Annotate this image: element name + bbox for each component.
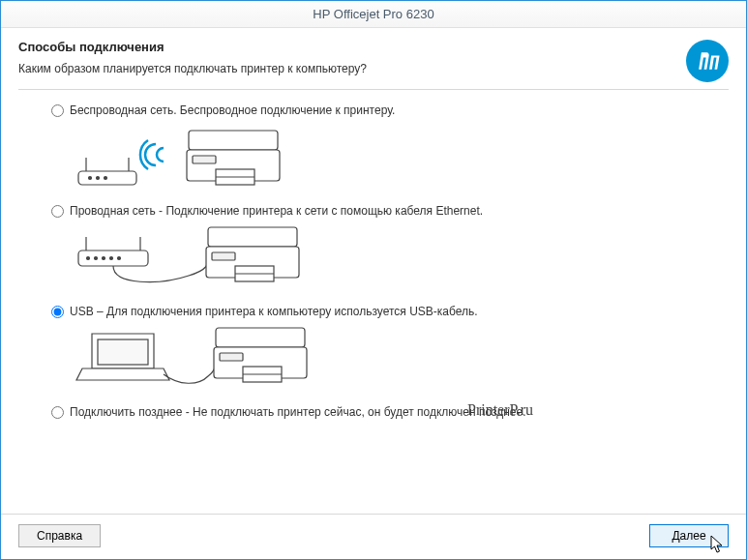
svg-point-5 [97, 177, 100, 180]
option-usb-text: USB – Для подключения принтера к компьют… [70, 305, 478, 318]
svg-point-16 [95, 257, 98, 260]
svg-rect-29 [220, 353, 243, 361]
svg-point-6 [105, 177, 107, 180]
footer-bar: Справка Далее [1, 514, 746, 559]
svg-rect-26 [216, 328, 305, 347]
svg-point-15 [87, 257, 90, 260]
header-separator [18, 89, 729, 90]
svg-rect-23 [212, 252, 235, 260]
svg-rect-25 [98, 339, 148, 365]
svg-point-18 [110, 257, 113, 260]
option-usb: USB – Для подключения принтера к компьют… [51, 305, 729, 398]
page-subheading: Каким образом планируется подключать при… [18, 62, 686, 75]
help-button[interactable]: Справка [18, 524, 101, 547]
window-titlebar: HP Officejet Pro 6230 [1, 1, 746, 28]
option-usb-label[interactable]: USB – Для подключения принтера к компьют… [51, 305, 729, 318]
content-area: Способы подключения Каким образом планир… [1, 28, 746, 514]
option-wireless-text: Беспроводная сеть. Беспроводное подключе… [70, 103, 395, 117]
installer-window: HP Officejet Pro 6230 Способы подключени… [0, 0, 747, 560]
connection-options-group: Беспроводная сеть. Беспроводное подключе… [18, 103, 729, 514]
option-wired-text: Проводная сеть - Подключение принтера к … [70, 204, 483, 218]
svg-rect-20 [208, 227, 297, 247]
svg-point-19 [118, 257, 121, 260]
svg-rect-10 [193, 156, 216, 163]
window-title: HP Officejet Pro 6230 [313, 7, 433, 21]
wired-illustration [73, 221, 729, 297]
radio-wired[interactable] [51, 205, 64, 218]
option-wireless-label[interactable]: Беспроводная сеть. Беспроводное подключе… [51, 103, 729, 117]
next-button[interactable]: Далее [649, 524, 729, 547]
svg-rect-7 [189, 131, 278, 150]
svg-point-4 [89, 177, 92, 180]
radio-wireless[interactable] [51, 104, 64, 117]
wireless-illustration [73, 121, 729, 196]
option-wired-label[interactable]: Проводная сеть - Подключение принтера к … [51, 204, 729, 218]
option-later-label[interactable]: Подключить позднее - Не подключать принт… [51, 405, 729, 419]
radio-later[interactable] [51, 406, 64, 419]
radio-usb[interactable] [51, 306, 64, 318]
hp-logo-icon [686, 40, 729, 82]
option-wireless: Беспроводная сеть. Беспроводное подключе… [51, 103, 729, 196]
page-heading: Способы подключения [18, 40, 686, 54]
option-later: Подключить позднее - Не подключать принт… [51, 405, 729, 419]
option-wired: Проводная сеть - Подключение принтера к … [51, 204, 729, 297]
svg-point-17 [103, 257, 105, 260]
option-later-text: Подключить позднее - Не подключать принт… [70, 405, 526, 419]
usb-illustration [73, 322, 729, 398]
